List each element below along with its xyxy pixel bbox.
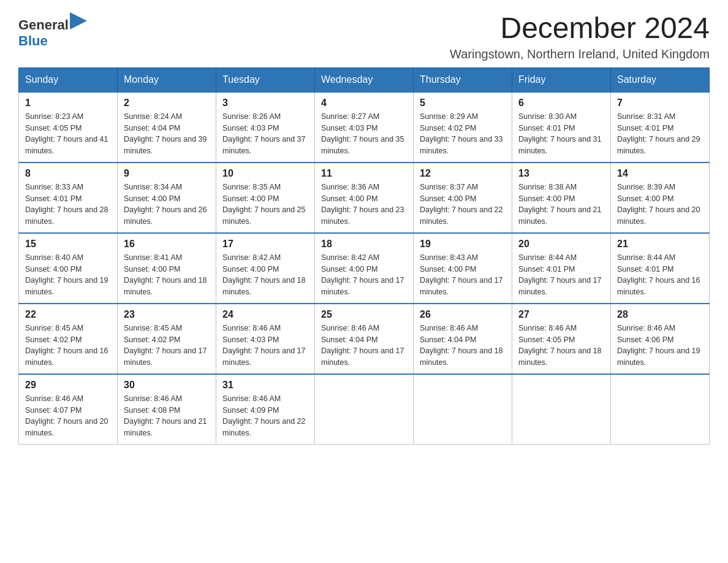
day-number: 11 xyxy=(321,168,407,179)
day-info: Sunrise: 8:46 AMSunset: 4:09 PMDaylight:… xyxy=(222,393,308,439)
day-info: Sunrise: 8:46 AMSunset: 4:08 PMDaylight:… xyxy=(124,393,210,439)
logo-text: General xyxy=(18,12,87,33)
calendar-cell: 25Sunrise: 8:46 AMSunset: 4:04 PMDayligh… xyxy=(315,304,414,374)
calendar-table: SundayMondayTuesdayWednesdayThursdayFrid… xyxy=(18,67,710,445)
calendar-cell: 9Sunrise: 8:34 AMSunset: 4:00 PMDaylight… xyxy=(118,163,216,233)
logo-blue-text: Blue xyxy=(18,33,87,49)
day-number: 5 xyxy=(420,98,506,109)
day-number: 30 xyxy=(124,380,210,391)
day-number: 13 xyxy=(518,168,604,179)
calendar-header-friday: Friday xyxy=(512,67,611,92)
day-info: Sunrise: 8:30 AMSunset: 4:01 PMDaylight:… xyxy=(518,111,604,157)
calendar-cell: 8Sunrise: 8:33 AMSunset: 4:01 PMDaylight… xyxy=(19,163,118,233)
calendar-cell: 21Sunrise: 8:44 AMSunset: 4:01 PMDayligh… xyxy=(611,233,710,304)
calendar-cell: 11Sunrise: 8:36 AMSunset: 4:00 PMDayligh… xyxy=(315,163,414,233)
day-info: Sunrise: 8:46 AMSunset: 4:05 PMDaylight:… xyxy=(518,323,604,369)
calendar-cell: 10Sunrise: 8:35 AMSunset: 4:00 PMDayligh… xyxy=(216,163,315,233)
calendar-cell: 29Sunrise: 8:46 AMSunset: 4:07 PMDayligh… xyxy=(19,374,118,445)
day-info: Sunrise: 8:46 AMSunset: 4:04 PMDaylight:… xyxy=(321,323,407,369)
day-number: 1 xyxy=(25,98,111,109)
day-number: 25 xyxy=(321,309,407,320)
day-number: 8 xyxy=(25,168,111,179)
day-number: 24 xyxy=(222,309,308,320)
day-number: 19 xyxy=(420,239,506,250)
day-info: Sunrise: 8:46 AMSunset: 4:03 PMDaylight:… xyxy=(222,323,308,369)
calendar-cell: 12Sunrise: 8:37 AMSunset: 4:00 PMDayligh… xyxy=(414,163,512,233)
day-number: 26 xyxy=(420,309,506,320)
calendar-cell: 2Sunrise: 8:24 AMSunset: 4:04 PMDaylight… xyxy=(118,92,216,163)
calendar-cell: 16Sunrise: 8:41 AMSunset: 4:00 PMDayligh… xyxy=(118,233,216,304)
calendar-cell: 31Sunrise: 8:46 AMSunset: 4:09 PMDayligh… xyxy=(216,374,315,445)
calendar-header-row: SundayMondayTuesdayWednesdayThursdayFrid… xyxy=(19,67,710,92)
calendar-cell: 28Sunrise: 8:46 AMSunset: 4:06 PMDayligh… xyxy=(611,304,710,374)
calendar-week-row: 15Sunrise: 8:40 AMSunset: 4:00 PMDayligh… xyxy=(19,233,710,304)
calendar-cell xyxy=(414,374,512,445)
calendar-header-saturday: Saturday xyxy=(611,67,710,92)
svg-marker-0 xyxy=(70,12,87,29)
calendar-cell xyxy=(512,374,611,445)
logo-arrow-icon xyxy=(70,12,87,29)
day-info: Sunrise: 8:44 AMSunset: 4:01 PMDaylight:… xyxy=(617,252,703,298)
calendar-header-sunday: Sunday xyxy=(19,67,118,92)
page-title: December 2024 xyxy=(450,12,710,45)
calendar-cell: 17Sunrise: 8:42 AMSunset: 4:00 PMDayligh… xyxy=(216,233,315,304)
day-number: 15 xyxy=(25,239,111,250)
day-info: Sunrise: 8:31 AMSunset: 4:01 PMDaylight:… xyxy=(617,111,703,157)
day-number: 18 xyxy=(321,239,407,250)
calendar-cell: 24Sunrise: 8:46 AMSunset: 4:03 PMDayligh… xyxy=(216,304,315,374)
day-info: Sunrise: 8:43 AMSunset: 4:00 PMDaylight:… xyxy=(420,252,506,298)
calendar-week-row: 8Sunrise: 8:33 AMSunset: 4:01 PMDaylight… xyxy=(19,163,710,233)
calendar-cell: 5Sunrise: 8:29 AMSunset: 4:02 PMDaylight… xyxy=(414,92,512,163)
calendar-week-row: 1Sunrise: 8:23 AMSunset: 4:05 PMDaylight… xyxy=(19,92,710,163)
calendar-cell xyxy=(611,374,710,445)
day-number: 31 xyxy=(222,380,308,391)
calendar-header-tuesday: Tuesday xyxy=(216,67,315,92)
day-number: 29 xyxy=(25,380,111,391)
day-number: 4 xyxy=(321,98,407,109)
day-info: Sunrise: 8:41 AMSunset: 4:00 PMDaylight:… xyxy=(124,252,210,298)
calendar-cell: 1Sunrise: 8:23 AMSunset: 4:05 PMDaylight… xyxy=(19,92,118,163)
calendar-cell: 19Sunrise: 8:43 AMSunset: 4:00 PMDayligh… xyxy=(414,233,512,304)
day-number: 28 xyxy=(617,309,703,320)
day-info: Sunrise: 8:45 AMSunset: 4:02 PMDaylight:… xyxy=(25,323,111,369)
calendar-cell: 30Sunrise: 8:46 AMSunset: 4:08 PMDayligh… xyxy=(118,374,216,445)
calendar-cell xyxy=(315,374,414,445)
calendar-header-thursday: Thursday xyxy=(414,67,512,92)
day-number: 12 xyxy=(420,168,506,179)
day-info: Sunrise: 8:45 AMSunset: 4:02 PMDaylight:… xyxy=(124,323,210,369)
calendar-cell: 22Sunrise: 8:45 AMSunset: 4:02 PMDayligh… xyxy=(19,304,118,374)
calendar-cell: 15Sunrise: 8:40 AMSunset: 4:00 PMDayligh… xyxy=(19,233,118,304)
calendar-header-monday: Monday xyxy=(118,67,216,92)
calendar-cell: 26Sunrise: 8:46 AMSunset: 4:04 PMDayligh… xyxy=(414,304,512,374)
day-info: Sunrise: 8:42 AMSunset: 4:00 PMDaylight:… xyxy=(222,252,308,298)
day-info: Sunrise: 8:27 AMSunset: 4:03 PMDaylight:… xyxy=(321,111,407,157)
calendar-week-row: 22Sunrise: 8:45 AMSunset: 4:02 PMDayligh… xyxy=(19,304,710,374)
day-info: Sunrise: 8:26 AMSunset: 4:03 PMDaylight:… xyxy=(222,111,308,157)
day-number: 16 xyxy=(124,239,210,250)
calendar-cell: 4Sunrise: 8:27 AMSunset: 4:03 PMDaylight… xyxy=(315,92,414,163)
day-info: Sunrise: 8:44 AMSunset: 4:01 PMDaylight:… xyxy=(518,252,604,298)
day-number: 21 xyxy=(617,239,703,250)
day-number: 27 xyxy=(518,309,604,320)
day-number: 6 xyxy=(518,98,604,109)
day-number: 22 xyxy=(25,309,111,320)
calendar-cell: 20Sunrise: 8:44 AMSunset: 4:01 PMDayligh… xyxy=(512,233,611,304)
day-info: Sunrise: 8:23 AMSunset: 4:05 PMDaylight:… xyxy=(25,111,111,157)
day-number: 20 xyxy=(518,239,604,250)
day-info: Sunrise: 8:38 AMSunset: 4:00 PMDaylight:… xyxy=(518,182,604,228)
page-subtitle: Waringstown, Northern Ireland, United Ki… xyxy=(450,47,710,61)
logo: General Blue xyxy=(18,12,87,50)
day-number: 23 xyxy=(124,309,210,320)
day-info: Sunrise: 8:39 AMSunset: 4:00 PMDaylight:… xyxy=(617,182,703,228)
day-info: Sunrise: 8:36 AMSunset: 4:00 PMDaylight:… xyxy=(321,182,407,228)
day-number: 7 xyxy=(617,98,703,109)
calendar-header-wednesday: Wednesday xyxy=(315,67,414,92)
day-info: Sunrise: 8:35 AMSunset: 4:00 PMDaylight:… xyxy=(222,182,308,228)
day-info: Sunrise: 8:46 AMSunset: 4:07 PMDaylight:… xyxy=(25,393,111,439)
title-block: December 2024 Waringstown, Northern Irel… xyxy=(450,12,710,61)
day-number: 17 xyxy=(222,239,308,250)
calendar-cell: 14Sunrise: 8:39 AMSunset: 4:00 PMDayligh… xyxy=(611,163,710,233)
calendar-cell: 7Sunrise: 8:31 AMSunset: 4:01 PMDaylight… xyxy=(611,92,710,163)
calendar-cell: 6Sunrise: 8:30 AMSunset: 4:01 PMDaylight… xyxy=(512,92,611,163)
day-number: 2 xyxy=(124,98,210,109)
